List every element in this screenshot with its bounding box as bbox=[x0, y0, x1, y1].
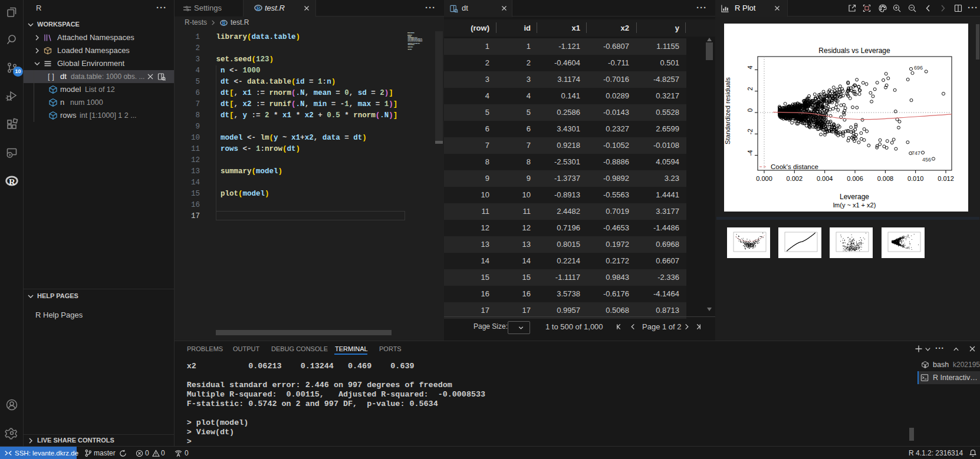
svg-text:4: 4 bbox=[746, 65, 754, 69]
svg-text:-2: -2 bbox=[746, 128, 754, 134]
svg-text:Leverage: Leverage bbox=[840, 193, 869, 201]
svg-text:0.002: 0.002 bbox=[787, 175, 803, 182]
svg-text:696: 696 bbox=[914, 65, 923, 71]
svg-text:lm(y ~ x1 + x2): lm(y ~ x1 + x2) bbox=[833, 202, 876, 209]
svg-text:0.004: 0.004 bbox=[817, 175, 833, 182]
svg-text:Cook's distance: Cook's distance bbox=[771, 163, 818, 170]
svg-text:456: 456 bbox=[922, 157, 931, 163]
svg-text:747: 747 bbox=[912, 150, 920, 156]
svg-text:2: 2 bbox=[746, 87, 754, 91]
svg-text:R: R bbox=[222, 20, 226, 26]
svg-text:Standardized residuals: Standardized residuals bbox=[724, 77, 731, 144]
svg-text:0.000: 0.000 bbox=[756, 175, 772, 182]
svg-text:R: R bbox=[9, 177, 15, 187]
svg-text:0.010: 0.010 bbox=[907, 175, 924, 182]
svg-text:0.006: 0.006 bbox=[847, 175, 863, 182]
svg-text:Residuals vs Leverage: Residuals vs Leverage bbox=[818, 47, 890, 55]
svg-text:-4: -4 bbox=[746, 150, 754, 156]
svg-text:0.008: 0.008 bbox=[877, 175, 894, 182]
svg-text:0: 0 bbox=[746, 108, 754, 112]
svg-text:R: R bbox=[256, 5, 261, 12]
svg-text:0.012: 0.012 bbox=[938, 175, 954, 182]
